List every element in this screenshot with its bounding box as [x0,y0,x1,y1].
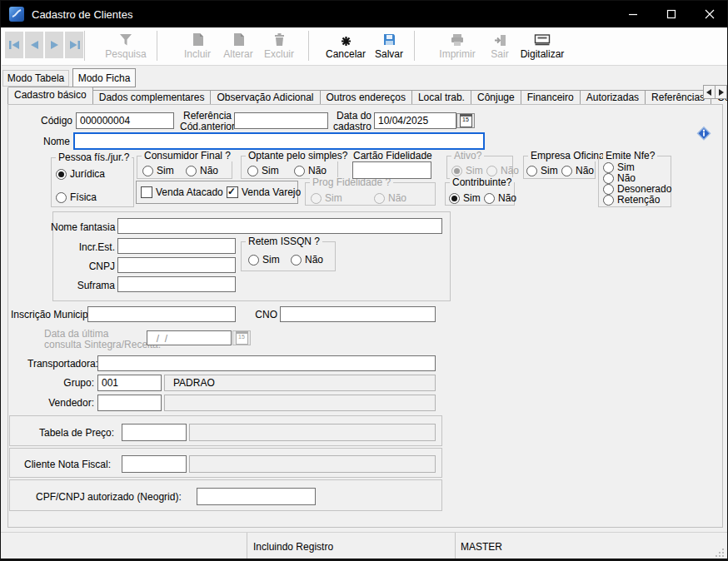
radio-nfe-nao[interactable]: Não [603,172,636,184]
grupo-descricao: PADRAO [164,375,436,391]
grupo-field[interactable]: 001 [97,375,162,391]
transportadora-field[interactable] [97,355,436,371]
trash-icon [272,30,287,47]
alterar-button[interactable]: Alterar [216,30,261,63]
radio-icon [186,166,197,176]
tab-referencias[interactable]: Referências [646,90,711,104]
checkbox-venda-atacado[interactable]: Venda Atacado [141,186,223,198]
alterar-label: Alterar [223,48,252,60]
codigo-field[interactable]: 000000004 [76,112,174,129]
radio-consumidor-sim[interactable]: Sim [142,165,174,176]
tabela-preco-field[interactable] [122,424,187,441]
nav-previous-button[interactable] [25,32,43,58]
radio-optante-nao[interactable]: Não [294,165,327,176]
maximize-icon [666,9,676,19]
nome-fantasia-field[interactable] [117,218,442,234]
radio-prog-nao: Não [374,192,406,204]
nav-first-button[interactable] [5,32,23,58]
radio-issqn-nao[interactable]: Não [291,254,323,266]
nav-last-button[interactable] [65,32,83,58]
inscricao-municipal-label: Inscrição Municipal [11,310,85,320]
tab-outros-enderecos[interactable]: Outros endereços [321,90,412,104]
tab-dados-complementares[interactable]: Dados complementares [93,90,212,104]
sim-label: Sim [262,165,279,176]
checkbox-icon [141,186,152,198]
imprimir-button[interactable]: Imprimir [433,30,481,63]
incluir-button[interactable]: Incluir [175,30,220,63]
nome-fantasia-label: Nome fantasia [51,222,115,233]
radio-contribuinte-nao[interactable]: Não [484,192,516,204]
radio-consumidor-nao[interactable]: Não [186,165,218,176]
data-cadastro-calendar-button[interactable]: 15 [456,113,475,128]
minimize-button[interactable] [614,1,652,27]
radio-icon [142,166,153,176]
radio-juridica[interactable]: Jurídica [56,168,105,180]
sair-button[interactable]: Sair [482,30,517,63]
toolbar-separator [414,31,415,61]
data-cadastro-field[interactable]: 10/04/2025 [374,112,456,129]
radio-issqn-sim[interactable]: Sim [248,254,280,266]
radio-optante-sim[interactable]: Sim [247,165,279,176]
cpf-cnpj-autorizado-field[interactable] [197,488,316,505]
cno-field[interactable] [280,306,436,322]
tab-scroll-left-button[interactable] [703,85,716,99]
nome-field[interactable] [73,132,485,150]
radio-nfe-retencao[interactable]: Retenção [603,194,660,206]
incr-est-label: Incr.Est. [51,242,115,253]
radio-icon [374,193,385,204]
nao-label: Não [308,165,327,176]
tab-financeiro[interactable]: Financeiro [521,90,581,104]
radio-icon [486,166,497,176]
tab-autorizadas[interactable]: Autorizadas [581,90,646,104]
radio-ativo-nao: Não [486,165,519,176]
tab-conjuge[interactable]: Cônjuge [471,90,521,104]
cnpj-field[interactable] [117,257,236,273]
toolbar: Pesquisa Incluir Alterar Excluir [2,27,727,66]
tab-cadastro-basico[interactable]: Cadastro básico [7,87,93,104]
cancelar-button[interactable]: Cancelar [322,30,370,63]
maximize-button[interactable] [652,1,691,27]
tab-scroll-right-button[interactable] [715,85,727,99]
radio-oficina-nao[interactable]: Não [561,165,594,176]
sintegra-date-field: / / [147,330,232,345]
radio-icon [291,255,302,266]
radio-icon [294,166,305,176]
status-mode-text: Incluindo Registro [253,541,333,553]
suframa-field[interactable] [117,276,236,292]
info-button[interactable] [696,125,712,141]
checkbox-venda-varejo[interactable]: Venda Varejo [227,186,301,198]
excluir-button[interactable]: Excluir [257,30,302,63]
data-cadastro-label-line2: cadastro [331,122,371,132]
tab-modo-tabela[interactable]: Modo Tabela [2,70,69,87]
tab-modo-ficha[interactable]: Modo Ficha [72,68,136,87]
nao-label: Não [617,172,636,184]
pesquisa-button[interactable]: Pesquisa [95,30,157,63]
radio-nfe-sim[interactable]: Sim [603,161,635,173]
close-button[interactable] [691,1,728,27]
radio-nfe-desonerado[interactable]: Desonerado [603,183,671,195]
vendedor-field[interactable] [97,395,162,411]
sim-label: Sim [541,165,558,176]
exit-door-icon [494,30,506,47]
referencia-field[interactable] [234,112,328,129]
consumidor-final-legend: Consumidor Final ? [142,151,233,161]
resize-grip[interactable] [715,548,725,558]
radio-fisica[interactable]: Física [56,191,97,203]
radio-oficina-sim[interactable]: Sim [526,165,558,176]
incr-est-field[interactable] [117,238,236,254]
tabela-preco-descricao [189,424,436,441]
cartao-fidelidade-field[interactable] [352,161,431,179]
tab-local-trab[interactable]: Local trab. [412,90,471,104]
modo-ficha-label: Modo Ficha [78,72,131,84]
last-record-icon [68,40,81,50]
salvar-button[interactable]: Salvar [369,30,409,63]
radio-contribuinte-sim[interactable]: Sim [449,192,481,204]
nav-next-button[interactable] [45,32,63,58]
cno-label: CNO [252,310,277,320]
tab-observacao-adicional[interactable]: Observação Adicional [211,90,320,104]
cliente-nota-fiscal-field[interactable] [122,455,187,473]
inscricao-municipal-field[interactable] [87,306,236,322]
toolbar-separator [157,31,157,61]
tabela-preco-label: Tabela de Preço: [39,428,114,439]
digitalizar-button[interactable]: Digitalizar [515,30,570,63]
